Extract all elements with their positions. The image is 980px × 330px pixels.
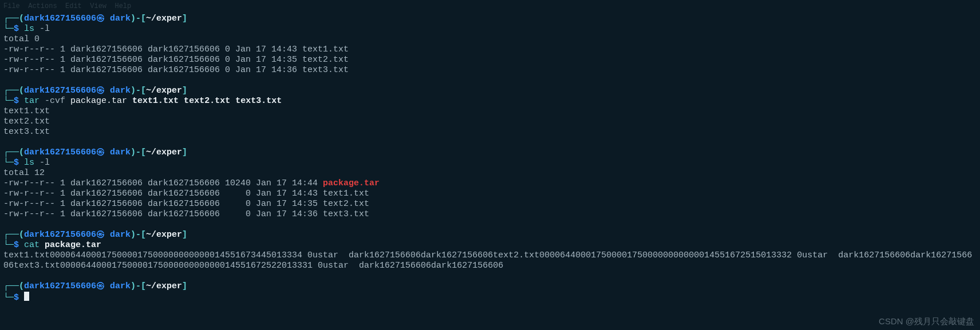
- blank-line: [3, 75, 977, 86]
- prompt-line-top: ┌──(dark1627156606㉿ dark)-[~/exper]: [3, 281, 977, 292]
- prompt-line-cmd[interactable]: └─$ cat package.tar: [3, 240, 977, 251]
- output-line: text2.txt: [3, 117, 977, 127]
- cursor: [24, 292, 29, 301]
- prompt-line-top: ┌──(dark1627156606㉿ dark)-[~/exper]: [3, 86, 977, 96]
- output-line: -rw-r--r-- 1 dark1627156606 dark16271566…: [3, 45, 977, 55]
- prompt-line-cmd[interactable]: └─$ tar -cvf package.tar text1.txt text2…: [3, 96, 977, 106]
- output-line: -rw-r--r-- 1 dark1627156606 dark16271566…: [3, 65, 977, 75]
- output-line: -rw-r--r-- 1 dark1627156606 dark16271566…: [3, 55, 977, 65]
- output-line: -rw-r--r-- 1 dark1627156606 dark16271566…: [3, 178, 977, 189]
- output-line: -rw-r--r-- 1 dark1627156606 dark16271566…: [3, 189, 977, 199]
- terminal-output[interactable]: ┌──(dark1627156606㉿ dark)-[~/exper]└─$ l…: [0, 11, 980, 305]
- output-line: total 12: [3, 168, 977, 178]
- prompt-line-cmd[interactable]: └─$ ls -l: [3, 24, 977, 34]
- output-line: total 0: [3, 34, 977, 45]
- output-line: text1.txt: [3, 106, 977, 117]
- output-wrap: text1.txt0000644000175000017500000000000…: [3, 251, 977, 271]
- prompt-line-cmd[interactable]: └─$ ls -l: [3, 158, 977, 168]
- output-line: -rw-r--r-- 1 dark1627156606 dark16271566…: [3, 209, 977, 220]
- output-line: text3.txt: [3, 127, 977, 137]
- prompt-line-top: ┌──(dark1627156606㉿ dark)-[~/exper]: [3, 148, 977, 158]
- blank-line: [3, 271, 977, 281]
- output-line: -rw-r--r-- 1 dark1627156606 dark16271566…: [3, 199, 977, 209]
- blank-line: [3, 137, 977, 148]
- prompt-line-top: ┌──(dark1627156606㉿ dark)-[~/exper]: [3, 14, 977, 24]
- prompt-line-cmd[interactable]: └─$: [3, 292, 977, 303]
- watermark: CSDN @残月只会敲键盘: [879, 316, 974, 327]
- blank-line: [3, 220, 977, 230]
- prompt-line-top: ┌──(dark1627156606㉿ dark)-[~/exper]: [3, 230, 977, 240]
- menubar: File Actions Edit View Help: [0, 0, 980, 11]
